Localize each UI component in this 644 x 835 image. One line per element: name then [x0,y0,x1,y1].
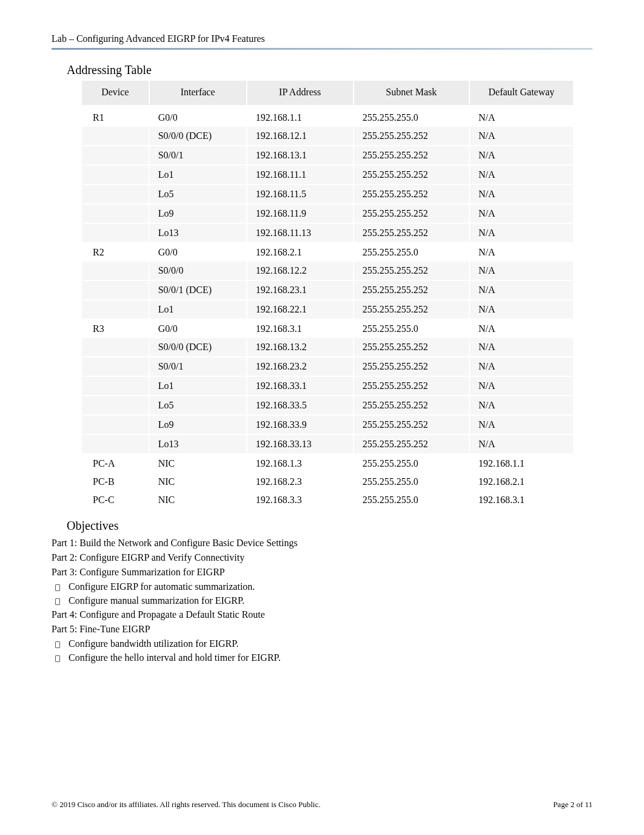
cell-interface: S0/0/0 (DCE) [149,338,247,357]
cell-ip: 192.168.11.1 [247,165,354,184]
cell-device [82,280,149,300]
cell-mask: 255.255.255.252 [354,280,469,300]
table-row: Lo5192.168.33.5255.255.255.252N/A [82,396,573,415]
table-row: Lo13192.168.33.13255.255.255.252N/A [82,434,573,454]
th-device: Device [82,81,149,107]
cell-device [82,434,149,454]
page-footer: © 2019 Cisco and/or its affiliates. All … [52,800,592,810]
footer-copyright: © 2019 Cisco and/or its affiliates. All … [52,800,320,810]
cell-device [82,396,149,415]
cell-ip: 192.168.1.3 [247,454,354,473]
cell-ip: 192.168.33.9 [247,415,354,434]
table-row: Lo9192.168.33.9255.255.255.252N/A [82,415,573,434]
th-interface: Interface [149,81,247,107]
table-row: S0/0/1 (DCE)192.168.23.1255.255.255.252N… [82,280,573,300]
table-row: Lo13192.168.11.13255.255.255.252N/A [82,223,573,243]
cell-device [82,184,149,204]
objective-part1: Part 1: Build the Network and Configure … [52,538,592,549]
cell-interface: NIC [149,491,247,509]
list-item: Configure manual summarization for EIGRP… [52,595,592,606]
cell-mask: 255.255.255.0 [354,319,469,338]
cell-device: PC-B [82,473,149,491]
part5-bullet-list: Configure bandwidth utilization for EIGR… [52,638,592,663]
cell-interface: Lo1 [149,376,247,396]
cell-ip: 192.168.2.1 [247,243,354,262]
cell-interface: S0/0/1 [149,146,247,165]
header-rule [52,48,592,50]
cell-interface: NIC [149,473,247,491]
cell-ip: 192.168.23.2 [247,357,354,376]
cell-ip: 192.168.11.9 [247,204,354,223]
cell-ip: 192.168.23.1 [247,280,354,300]
cell-gateway: N/A [469,243,573,262]
cell-gateway: N/A [469,434,573,454]
th-ip: IP Address [247,81,354,107]
cell-mask: 255.255.255.0 [354,473,469,491]
cell-mask: 255.255.255.252 [354,204,469,223]
cell-mask: 255.255.255.252 [354,376,469,396]
table-row: PC-BNIC192.168.2.3255.255.255.0192.168.2… [82,473,573,491]
cell-gateway: 192.168.2.1 [469,473,573,491]
table-row: PC-ANIC192.168.1.3255.255.255.0192.168.1… [82,454,573,473]
cell-mask: 255.255.255.252 [354,146,469,165]
cell-interface: S0/0/1 [149,357,247,376]
cell-gateway: N/A [469,204,573,223]
cell-interface: Lo13 [149,434,247,454]
cell-device: PC-C [82,491,149,509]
cell-ip: 192.168.1.1 [247,107,354,127]
list-item: Configure bandwidth utilization for EIGR… [52,638,592,649]
table-row: R3G0/0192.168.3.1255.255.255.0N/A [82,319,573,338]
cell-gateway: N/A [469,396,573,415]
cell-device [82,262,149,280]
cell-device [82,300,149,319]
cell-interface: NIC [149,454,247,473]
cell-ip: 192.168.3.1 [247,319,354,338]
th-gateway: Default Gateway [469,81,573,107]
objectives-heading: Objectives [67,519,592,533]
cell-device [82,204,149,223]
table-row: Lo5192.168.11.5255.255.255.252N/A [82,184,573,204]
table-row: S0/0/0192.168.12.2255.255.255.252N/A [82,262,573,280]
table-row: Lo1192.168.11.1255.255.255.252N/A [82,165,573,184]
cell-interface: Lo9 [149,415,247,434]
cell-device [82,223,149,243]
table-header-row: Device Interface IP Address Subnet Mask … [82,81,573,107]
cell-mask: 255.255.255.252 [354,184,469,204]
cell-mask: 255.255.255.252 [354,357,469,376]
cell-gateway: N/A [469,357,573,376]
cell-mask: 255.255.255.252 [354,262,469,280]
cell-ip: 192.168.2.3 [247,473,354,491]
cell-mask: 255.255.255.0 [354,243,469,262]
cell-ip: 192.168.3.3 [247,491,354,509]
cell-gateway: N/A [469,319,573,338]
objective-part3: Part 3: Configure Summarization for EIGR… [52,567,592,578]
list-item: Configure the hello interval and hold ti… [52,652,592,663]
cell-gateway: 192.168.3.1 [469,491,573,509]
cell-device: R1 [82,107,149,127]
cell-interface: G0/0 [149,107,247,127]
cell-ip: 192.168.13.1 [247,146,354,165]
cell-gateway: N/A [469,165,573,184]
cell-ip: 192.168.22.1 [247,300,354,319]
addressing-table-heading: Addressing Table [67,63,592,77]
cell-gateway: 192.168.1.1 [469,454,573,473]
cell-ip: 192.168.33.13 [247,434,354,454]
cell-gateway: N/A [469,127,573,146]
cell-mask: 255.255.255.252 [354,300,469,319]
cell-interface: S0/0/0 (DCE) [149,127,247,146]
cell-device [82,127,149,146]
table-row: S0/0/0 (DCE)192.168.13.2255.255.255.252N… [82,338,573,357]
cell-device [82,165,149,184]
objective-part5: Part 5: Fine-Tune EIGRP [52,624,592,635]
cell-ip: 192.168.12.1 [247,127,354,146]
cell-gateway: N/A [469,223,573,243]
cell-interface: G0/0 [149,243,247,262]
cell-interface: Lo13 [149,223,247,243]
cell-gateway: N/A [469,184,573,204]
cell-ip: 192.168.11.13 [247,223,354,243]
cell-gateway: N/A [469,107,573,127]
cell-device [82,415,149,434]
cell-mask: 255.255.255.252 [354,127,469,146]
cell-gateway: N/A [469,338,573,357]
cell-interface: Lo1 [149,300,247,319]
